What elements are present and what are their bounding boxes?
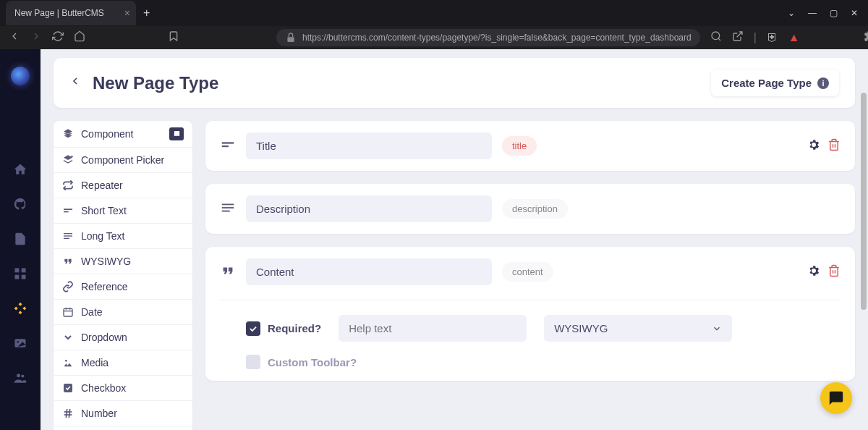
- layers-plus-icon: +: [62, 154, 74, 166]
- field-config-panel: Required? WYSIWYG Custom Toolbar?: [220, 300, 841, 369]
- close-window-icon[interactable]: ✕: [851, 8, 858, 18]
- svg-rect-10: [15, 269, 20, 273]
- field-type-number[interactable]: Number: [54, 401, 192, 426]
- hash-icon: [62, 408, 74, 419]
- editor-type-select[interactable]: WYSIWYG: [544, 315, 732, 342]
- minimize-icon[interactable]: —: [808, 8, 817, 18]
- short-text-icon: [220, 137, 236, 156]
- create-page-type-button[interactable]: Create Page Type i: [711, 69, 839, 96]
- svg-rect-41: [222, 145, 229, 146]
- chevron-down-icon: [712, 324, 722, 334]
- field-slug: content: [502, 262, 553, 282]
- forward-icon[interactable]: [30, 30, 42, 45]
- back-icon[interactable]: [9, 30, 20, 45]
- browser-tab[interactable]: New Page | ButterCMS ×: [6, 1, 136, 25]
- field-type-checkbox[interactable]: Checkbox: [54, 376, 192, 401]
- browser-toolbar: https://buttercms.com/content-types/page…: [0, 26, 868, 49]
- svg-rect-45: [222, 207, 234, 208]
- checkbox-icon: [62, 382, 74, 394]
- butter-logo[interactable]: [11, 67, 30, 85]
- nav-users-icon[interactable]: [13, 371, 27, 385]
- field-slug: title: [502, 136, 537, 156]
- svg-line-2: [718, 38, 720, 41]
- field-type-component-picker[interactable]: + Component Picker: [54, 148, 192, 173]
- field-type-long-text[interactable]: Long Text: [54, 224, 192, 249]
- svg-rect-46: [222, 210, 230, 211]
- field-name-input[interactable]: [246, 132, 492, 159]
- svg-rect-21: [64, 233, 72, 234]
- maximize-icon[interactable]: ▢: [830, 8, 838, 18]
- layers-icon: [62, 128, 74, 140]
- url-bar[interactable]: https://buttercms.com/content-types/page…: [276, 29, 700, 46]
- svg-line-32: [66, 409, 67, 418]
- back-button[interactable]: [69, 75, 81, 90]
- nav-pages-icon[interactable]: [13, 232, 27, 246]
- scrollbar-thumb[interactable]: [861, 93, 867, 310]
- long-text-icon: [220, 200, 236, 219]
- window-controls: ⌄ — ▢ ✕: [788, 8, 868, 18]
- warning-icon[interactable]: ▲: [788, 31, 800, 44]
- gear-icon[interactable]: [807, 264, 820, 280]
- new-tab-button[interactable]: +: [143, 7, 150, 20]
- chevron-down-icon[interactable]: ⌄: [788, 8, 795, 18]
- svg-point-17: [21, 374, 24, 377]
- help-text-input[interactable]: [339, 315, 527, 342]
- close-tab-icon[interactable]: ×: [124, 7, 130, 19]
- brave-icon[interactable]: ⛨: [767, 31, 778, 44]
- required-checkbox[interactable]: [246, 321, 260, 336]
- field-type-reference[interactable]: Reference: [54, 274, 192, 300]
- svg-rect-23: [64, 238, 69, 239]
- chat-fab[interactable]: [820, 382, 852, 414]
- field-type-repeater[interactable]: Repeater: [54, 173, 192, 198]
- field-type-short-text[interactable]: Short Text: [54, 198, 192, 224]
- trash-icon[interactable]: [827, 138, 841, 154]
- short-text-icon: [62, 205, 74, 216]
- nav-media-icon[interactable]: [13, 336, 27, 350]
- svg-rect-22: [64, 235, 72, 236]
- library-badge-icon[interactable]: [169, 127, 184, 140]
- gear-icon[interactable]: [807, 138, 820, 154]
- zoom-icon[interactable]: [710, 30, 722, 45]
- main-content: New Page Type Create Page Type i Compone…: [41, 49, 868, 430]
- field-type-dropdown[interactable]: Dropdown: [54, 325, 192, 350]
- home-icon[interactable]: [74, 30, 85, 45]
- share-icon[interactable]: [732, 30, 744, 45]
- field-type-component[interactable]: Component: [54, 121, 192, 148]
- custom-toolbar-label: Custom Toolbar?: [268, 356, 357, 368]
- field-card-content: content Required?: [205, 247, 855, 381]
- reload-icon[interactable]: [52, 30, 64, 45]
- svg-point-1: [712, 32, 720, 40]
- quote-icon: [62, 256, 74, 267]
- nav-collections-icon[interactable]: [13, 266, 27, 281]
- quote-icon: [220, 263, 236, 282]
- calendar-icon: [62, 306, 74, 318]
- bookmark-icon[interactable]: [168, 30, 179, 45]
- url-text: https://buttercms.com/content-types/page…: [302, 33, 692, 43]
- svg-line-33: [69, 409, 69, 418]
- field-card-description: description: [205, 184, 855, 234]
- field-type-media[interactable]: Media: [54, 350, 192, 376]
- tab-title: New Page | ButterCMS: [14, 8, 104, 18]
- svg-rect-24: [64, 308, 72, 316]
- scrollbar[interactable]: [859, 49, 867, 430]
- link-icon: [62, 281, 74, 292]
- field-name-input[interactable]: [246, 258, 492, 285]
- field-types-panel: Component + Component Picker Repeater Sh…: [54, 121, 192, 430]
- field-type-wysiwyg[interactable]: WYSIWYG: [54, 249, 192, 274]
- svg-rect-0: [287, 37, 294, 42]
- trash-icon[interactable]: [827, 264, 841, 280]
- field-name-input[interactable]: [246, 195, 492, 222]
- app-left-rail: [0, 49, 41, 430]
- custom-toolbar-checkbox[interactable]: [246, 355, 260, 369]
- svg-rect-20: [64, 211, 69, 213]
- nav-blog-icon[interactable]: [13, 197, 27, 211]
- extensions-icon[interactable]: [864, 30, 868, 45]
- media-icon: [62, 357, 74, 368]
- chevron-down-icon: [62, 332, 74, 343]
- field-type-date[interactable]: Date: [54, 300, 192, 325]
- field-type-html[interactable]: HTML: [54, 426, 192, 430]
- info-icon: i: [817, 77, 829, 89]
- nav-home-icon[interactable]: [13, 162, 27, 177]
- page-header: New Page Type Create Page Type i: [54, 58, 855, 108]
- nav-content-types-icon[interactable]: [13, 301, 27, 316]
